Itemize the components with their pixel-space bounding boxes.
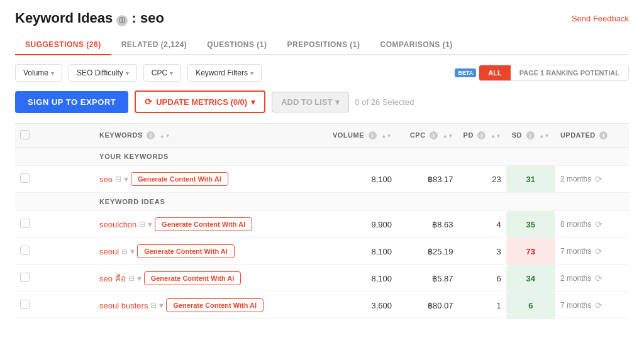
info-icon[interactable]: i — [477, 131, 486, 139]
sort-arrows-icon[interactable]: ▲▼ — [381, 134, 392, 139]
generate-content-button[interactable]: Generate Content With AI — [137, 244, 235, 258]
search-modify-icon[interactable]: ⊟ — [128, 274, 135, 283]
title-seo: : seo — [132, 10, 164, 26]
chevron-down-icon[interactable]: ▾ — [148, 219, 152, 229]
info-icon[interactable]: ⓘ — [116, 15, 128, 26]
sort-arrows-icon[interactable]: ▲▼ — [443, 134, 453, 139]
th-checkbox — [15, 124, 94, 148]
search-modify-icon[interactable]: ⊟ — [121, 247, 128, 256]
keyword-link[interactable]: seoul busters — [99, 301, 148, 310]
th-keywords[interactable]: KEYWORDS i ▲▼ — [94, 124, 328, 148]
th-updated[interactable]: UPDATED i — [555, 124, 629, 148]
th-cpc[interactable]: CPC i ▲▼ — [397, 124, 458, 148]
updated-cell: 8 months ⟳ — [555, 211, 629, 238]
cpc-cell: ฿8.63 — [397, 211, 458, 238]
signup-export-button[interactable]: SIGN UP TO EXPORT — [15, 91, 128, 113]
all-ranking-button[interactable]: ALL — [479, 65, 510, 80]
keyword-actions: seo ⊟ ▾ Generate Content With AI — [99, 172, 323, 186]
info-icon[interactable]: i — [147, 131, 155, 139]
updated-text: 8 months — [560, 220, 591, 229]
keyword-cell: seoul ⊟ ▾ Generate Content With AI — [94, 238, 328, 265]
selected-count: 0 of 26 Selected — [355, 97, 414, 107]
sort-arrows-icon[interactable]: ▲▼ — [539, 134, 550, 139]
cpc-cell: ฿80.07 — [397, 292, 458, 319]
volume-cell: 8,100 — [328, 238, 397, 265]
chevron-down-icon[interactable]: ▾ — [137, 273, 142, 283]
keyword-link[interactable]: seoulchon — [99, 220, 136, 229]
tab-related[interactable]: RELATED (2,124) — [111, 35, 197, 55]
generate-content-button[interactable]: Generate Content With AI — [166, 298, 264, 312]
cpc-cell: ฿83.17 — [397, 166, 458, 193]
search-modify-icon[interactable]: ⊟ — [150, 301, 157, 310]
beta-badge: BETA — [455, 68, 476, 77]
refresh-icon[interactable]: ⟳ — [595, 219, 602, 229]
chevron-down-icon[interactable]: ▾ — [124, 174, 128, 184]
filters-left: Volume ▾ SEO Difficulty ▾ CPC ▾ Keyword … — [15, 64, 262, 82]
page-header: Keyword Ideas ⓘ : seo Send Feedback — [15, 10, 629, 26]
sd-cell: 6 — [506, 292, 555, 319]
pd-cell: 1 — [458, 292, 506, 319]
tab-questions[interactable]: QUESTIONS (1) — [197, 35, 277, 55]
cpc-cell: ฿5.87 — [397, 265, 458, 292]
info-icon[interactable]: i — [526, 131, 535, 139]
refresh-icon[interactable]: ⟳ — [595, 273, 602, 283]
send-feedback-link[interactable]: Send Feedback — [572, 14, 629, 23]
tab-prepositions[interactable]: PREPOSITIONS (1) — [277, 35, 370, 55]
tabs-bar: SUGGESTIONS (26) RELATED (2,124) QUESTIO… — [15, 35, 629, 55]
info-icon[interactable]: i — [369, 131, 377, 139]
sort-arrows-icon[interactable]: ▲▼ — [491, 134, 501, 139]
info-icon[interactable]: i — [430, 131, 438, 139]
tab-suggestions[interactable]: SUGGESTIONS (26) — [15, 35, 111, 55]
cpc-filter[interactable]: CPC ▾ — [143, 64, 181, 82]
keyword-actions: seoul ⊟ ▾ Generate Content With AI — [99, 244, 323, 258]
keyword-actions: seoul busters ⊟ ▾ Generate Content With … — [99, 298, 323, 312]
add-to-list-button[interactable]: ADD TO LIST ▾ — [272, 92, 348, 112]
volume-filter[interactable]: Volume ▾ — [15, 64, 62, 82]
row-checkbox[interactable] — [20, 273, 30, 282]
seo-difficulty-filter[interactable]: SEO Difficulty ▾ — [69, 64, 137, 82]
keyword-link[interactable]: seo คือ — [99, 272, 126, 285]
pd-cell: 6 — [458, 265, 506, 292]
th-volume[interactable]: VOLUME i ▲▼ — [328, 124, 397, 148]
sd-cell: 34 — [506, 265, 555, 292]
generate-content-button[interactable]: Generate Content With AI — [144, 271, 242, 285]
generate-content-button[interactable]: Generate Content With AI — [131, 172, 228, 186]
pd-cell: 4 — [458, 211, 506, 238]
sort-arrows-icon[interactable]: ▲▼ — [160, 134, 170, 139]
row-checkbox[interactable] — [20, 173, 30, 183]
updated-text: 2 months — [560, 175, 591, 183]
table-row: seoul busters ⊟ ▾ Generate Content With … — [15, 292, 629, 319]
tab-comparisons[interactable]: COMPARISONS (1) — [370, 35, 463, 55]
sd-cell: 73 — [506, 238, 555, 265]
volume-cell: 3,600 — [328, 292, 397, 319]
keyword-filters-filter[interactable]: Keyword Filters ▾ — [187, 64, 262, 82]
row-checkbox[interactable] — [20, 219, 30, 228]
chevron-down-icon[interactable]: ▾ — [159, 300, 164, 310]
row-checkbox[interactable] — [20, 246, 30, 255]
volume-cell: 8,100 — [328, 265, 397, 292]
sd-cell: 35 — [506, 211, 555, 238]
select-all-checkbox[interactable] — [20, 130, 30, 139]
th-pd[interactable]: PD i ▲▼ — [458, 124, 506, 148]
keyword-link[interactable]: seo — [99, 175, 113, 184]
search-modify-icon[interactable]: ⊟ — [139, 220, 145, 229]
refresh-icon[interactable]: ⟳ — [595, 174, 602, 184]
keyword-link[interactable]: seoul — [99, 247, 119, 256]
refresh-icon[interactable]: ⟳ — [595, 246, 602, 256]
row-checkbox[interactable] — [20, 300, 30, 309]
update-metrics-button[interactable]: ⟳ UPDATE METRICS (0/0) ▾ — [135, 90, 265, 113]
th-sd[interactable]: SD i ▲▼ — [506, 124, 555, 148]
chevron-down-icon: ▾ — [335, 97, 340, 107]
chevron-down-icon: ▾ — [250, 70, 253, 77]
page1-ranking-button[interactable]: PAGE 1 RANKING POTENTIAL — [511, 65, 628, 80]
section-your-keywords: YOUR KEYWORDS — [94, 148, 629, 166]
keyword-actions: seoulchon ⊟ ▾ Generate Content With AI — [99, 217, 323, 231]
keyword-cell: seoul busters ⊟ ▾ Generate Content With … — [94, 292, 328, 319]
refresh-icon[interactable]: ⟳ — [595, 300, 602, 310]
generate-content-button[interactable]: Generate Content With AI — [155, 217, 252, 231]
table-row: seoul ⊟ ▾ Generate Content With AI 8,100… — [15, 238, 629, 265]
chevron-down-icon[interactable]: ▾ — [130, 246, 135, 256]
search-modify-icon[interactable]: ⊟ — [115, 175, 121, 183]
info-icon[interactable]: i — [599, 131, 608, 139]
cpc-cell: ฿25.19 — [397, 238, 458, 265]
